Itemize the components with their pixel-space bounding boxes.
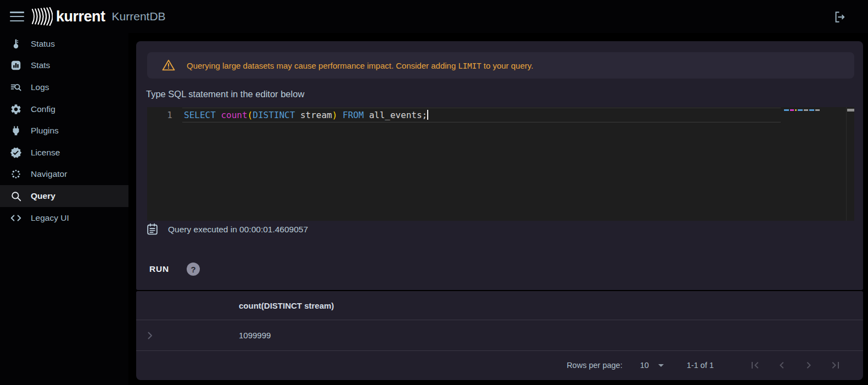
results-panel: count(DISTINCT stream) 1099999 Rows per … — [136, 291, 863, 380]
cell-value: 1099999 — [239, 331, 271, 340]
warning-banner: Querying large datasets may cause perfor… — [147, 52, 854, 79]
rows-per-page-label: Rows per page: — [567, 361, 623, 370]
editor-hint: Type SQL statement in the editor below — [146, 89, 304, 99]
thermometer-icon — [9, 37, 23, 51]
plug-icon — [9, 124, 23, 137]
help-icon[interactable]: ? — [187, 263, 200, 276]
sidebar-item-label: Legacy UI — [31, 213, 69, 223]
minimap[interactable] — [784, 109, 820, 111]
chevron-down-icon — [658, 364, 664, 367]
next-page-icon[interactable] — [802, 359, 815, 372]
sidebar-item-license[interactable]: License — [0, 142, 128, 164]
sidebar-item-query[interactable]: Query — [0, 185, 128, 207]
query-duration-text: Query executed in 00:00:01.4609057 — [168, 225, 308, 235]
table-row: 1099999 — [136, 320, 863, 351]
sql-editor[interactable]: 1 SELECT count(DISTINCT stream) FROM all… — [147, 107, 854, 221]
sidebar-item-label: Status — [31, 39, 55, 49]
top-bar: kurrent KurrentDB — [0, 0, 868, 33]
license-badge-icon — [9, 146, 23, 159]
pager-buttons — [735, 359, 842, 372]
column-header: count(DISTINCT stream) — [239, 301, 334, 310]
sidebar-item-logs[interactable]: Logs — [0, 76, 128, 98]
logo-waves-icon — [31, 7, 53, 26]
main-content: Querying large datasets may cause perfor… — [136, 41, 863, 380]
scrollbar-thumb[interactable] — [847, 109, 854, 111]
schedule-icon — [145, 222, 159, 236]
last-page-icon[interactable] — [829, 359, 842, 372]
warning-triangle-icon — [161, 58, 176, 72]
menu-icon[interactable] — [10, 12, 24, 21]
sidebar-item-status[interactable]: Status — [0, 33, 128, 55]
bar-chart-icon — [9, 59, 23, 72]
sidebar-item-label: Config — [31, 104, 55, 114]
sidebar-item-label: Navigator — [31, 169, 67, 179]
previous-page-icon[interactable] — [775, 359, 788, 372]
results-table-header: count(DISTINCT stream) — [136, 291, 863, 320]
sidebar-item-label: Stats — [31, 60, 50, 70]
code-brackets-icon — [9, 211, 23, 225]
sidebar-item-stats[interactable]: Stats — [0, 55, 128, 77]
query-panel: Querying large datasets may cause perfor… — [136, 41, 863, 290]
warning-limit-keyword: LIMIT — [458, 62, 481, 70]
sidebar-item-plugins[interactable]: Plugins — [0, 120, 128, 142]
pagination-bar: Rows per page: 10 1-1 of 1 — [136, 351, 863, 380]
sidebar-item-label: Plugins — [31, 126, 59, 136]
editor-scrollbar[interactable] — [846, 107, 854, 221]
logo-wordmark: kurrent — [56, 8, 105, 25]
sidebar-item-config[interactable]: Config — [0, 98, 128, 120]
navigator-dots-icon — [9, 168, 23, 181]
magnifier-icon — [9, 189, 23, 203]
text-cursor — [427, 110, 428, 120]
gear-icon — [9, 103, 23, 116]
log-search-icon — [9, 81, 23, 94]
app-title: KurrentDB — [112, 10, 166, 23]
first-page-icon[interactable] — [748, 359, 761, 372]
sidebar-item-label: License — [31, 148, 60, 158]
pagination-range: 1-1 of 1 — [687, 361, 714, 370]
logout-icon[interactable] — [832, 10, 846, 24]
sql-code-line[interactable]: SELECT count(DISTINCT stream) FROM all_e… — [184, 108, 428, 122]
sidebar-item-legacy-ui[interactable]: Legacy UI — [0, 207, 128, 229]
sidebar-item-label: Logs — [31, 82, 49, 92]
sidebar: Status Stats Logs Confi — [0, 33, 128, 385]
query-status: Query executed in 00:00:01.4609057 — [145, 222, 308, 236]
warning-text: Querying large datasets may cause perfor… — [187, 61, 533, 70]
kurrent-logo: kurrent — [31, 7, 105, 26]
rows-per-page-value: 10 — [640, 361, 649, 370]
row-expand-chevron-icon[interactable] — [143, 329, 156, 342]
run-button[interactable]: RUN — [149, 264, 169, 274]
rows-per-page-select[interactable]: 10 — [640, 361, 664, 370]
line-number: 1 — [147, 108, 172, 122]
sidebar-item-navigator[interactable]: Navigator — [0, 164, 128, 186]
sidebar-item-label: Query — [31, 191, 55, 201]
run-row: RUN ? — [149, 263, 200, 276]
